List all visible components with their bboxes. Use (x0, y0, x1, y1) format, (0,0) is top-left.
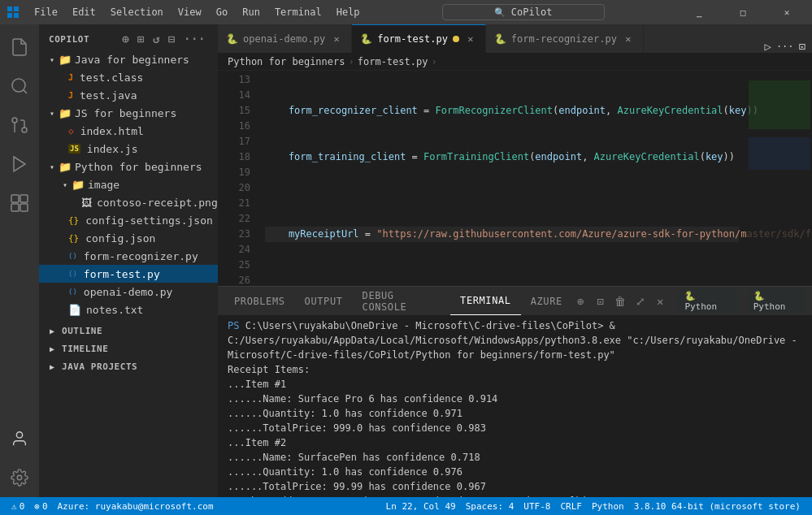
run-icon[interactable]: ▷ (764, 40, 771, 53)
minimize-button[interactable]: ⎯ (680, 0, 718, 24)
file-explorer-tree: ▾ 📁 Java for beginners J test.class J te… (39, 50, 218, 497)
warning-count: 0 (20, 501, 25, 512)
split-editor-icon[interactable]: ⊡ (799, 40, 805, 53)
python-session-2[interactable]: 🐍 Python (747, 289, 805, 314)
activity-source-control[interactable] (0, 106, 39, 145)
java-icon: J (68, 91, 73, 100)
activity-extensions[interactable] (0, 184, 39, 223)
menu-edit[interactable]: Edit (66, 5, 102, 19)
tree-formrecognizer-file[interactable]: () form-recognizer.py (39, 247, 218, 265)
terminal-line: ......Quantity: 1.0 has confidence 0.971 (228, 406, 802, 421)
more-actions-icon[interactable]: ··· (776, 41, 794, 52)
py-tab-icon: 🐍 (494, 33, 506, 45)
title-bar: File Edit Selection View Go Run Terminal… (0, 0, 812, 24)
tree-python-folder[interactable]: ▾ 📁 Python for beginners (39, 158, 218, 175)
tree-openaidemo-file[interactable]: () openai-demo.py (39, 283, 218, 301)
terminal-content[interactable]: PS C:\Users\ruyakabu\OneDrive - Microsof… (218, 315, 812, 497)
tree-image-folder[interactable]: ▾ 📁 image (39, 175, 218, 193)
tab-openai-demo[interactable]: 🐍 openai-demo.py ✕ (218, 24, 352, 53)
tree-indexhtml-file[interactable]: ◇ index.html (39, 122, 218, 140)
tree-notes-file[interactable]: 📄 notes.txt (39, 301, 218, 318)
tree-config-settings-file[interactable]: {} config-settings.json (39, 211, 218, 229)
tree-receipt-file[interactable]: 🖼 contoso-receipt.png (39, 193, 218, 211)
svg-rect-13 (20, 204, 28, 211)
tree-java-projects-section[interactable]: ▶ JAVA PROJECTS (39, 357, 218, 375)
new-folder-icon[interactable]: ⊞ (135, 31, 147, 47)
tab-close-btn[interactable]: ✕ (330, 32, 343, 45)
menu-run[interactable]: Run (236, 5, 267, 19)
tree-outline-section[interactable]: ▶ OUTLINE (39, 322, 218, 340)
status-azure[interactable]: Azure: ruyakabu@microsoft.com (53, 497, 219, 515)
tree-label: image (88, 179, 119, 191)
tree-label: config.json (85, 232, 155, 245)
activity-settings[interactable] (0, 458, 39, 497)
activity-run[interactable] (0, 145, 39, 184)
tree-arrow: ▶ (46, 344, 59, 353)
split-terminal-btn[interactable]: ⊡ (592, 292, 609, 310)
new-terminal-btn[interactable]: ⊕ (572, 292, 589, 310)
terminal-line: PS C:\Users\ruyakabu\OneDrive - Microsof… (228, 318, 802, 362)
title-search-box[interactable]: 🔍 CoPilot (442, 4, 605, 20)
new-file-icon[interactable]: ⊕ (119, 31, 132, 47)
tab-form-recognizer[interactable]: 🐍 form-recognizer.py ✕ (486, 24, 644, 53)
tab-close-btn[interactable]: ✕ (464, 32, 477, 45)
activity-explorer[interactable] (0, 28, 39, 67)
panel-tab-debug[interactable]: DEBUG CONSOLE (353, 287, 451, 315)
breadcrumb-item[interactable]: Python for beginners (228, 56, 345, 67)
tree-testclass-file[interactable]: J test.class (39, 68, 218, 86)
menu-view[interactable]: View (172, 5, 208, 19)
collapse-icon[interactable]: ⊟ (166, 31, 178, 47)
panel-tab-output[interactable]: OUTPUT (295, 287, 353, 315)
menu-terminal[interactable]: Terminal (268, 5, 328, 19)
more-icon[interactable]: ··· (181, 31, 208, 47)
status-position[interactable]: Ln 22, Col 49 (381, 497, 461, 515)
py-icon: () (68, 252, 77, 260)
maximize-panel-btn[interactable]: ⤢ (632, 292, 649, 310)
refresh-icon[interactable]: ↺ (150, 31, 163, 47)
folder-icon: 📁 (59, 107, 72, 119)
status-language[interactable]: Python (587, 497, 629, 515)
tree-timeline-section[interactable]: ▶ TIMELINE (39, 340, 218, 357)
status-eol[interactable]: CRLF (555, 497, 587, 515)
tree-label: notes.txt (86, 304, 143, 316)
activity-accounts[interactable] (0, 419, 39, 458)
menu-file[interactable]: File (28, 5, 64, 19)
breadcrumb-separator: › (431, 56, 436, 67)
title-search-area: 🔍 CoPilot (371, 4, 675, 20)
breadcrumb-item[interactable]: form-test.py (358, 56, 428, 67)
html-icon: ◇ (68, 126, 74, 136)
tree-js-folder[interactable]: ▾ 📁 JS for beginners (39, 104, 218, 122)
maximize-button[interactable]: □ (724, 0, 762, 24)
sidebar-header-icons: ⊕ ⊞ ↺ ⊟ ··· (119, 31, 208, 47)
line-numbers: 1314151617181920212223242526272829303132… (218, 71, 258, 286)
tree-java-folder[interactable]: ▾ 📁 Java for beginners (39, 50, 218, 68)
menu-help[interactable]: Help (330, 5, 367, 19)
svg-rect-0 (7, 6, 12, 11)
status-error[interactable]: ⊗ 0 (29, 497, 52, 515)
kill-terminal-btn[interactable]: 🗑 (612, 292, 629, 310)
code-content[interactable]: form_recognizer_client = FormRecognizerC… (258, 71, 812, 286)
editor-area: 🐍 openai-demo.py ✕ 🐍 form-test.py ✕ 🐍 fo… (218, 24, 812, 497)
menu-go[interactable]: Go (210, 5, 234, 19)
tree-config-file[interactable]: {} config.json (39, 229, 218, 247)
tree-label: OUTLINE (62, 326, 102, 336)
panel-tab-problems[interactable]: PROBLEMS (224, 287, 295, 315)
tab-form-test[interactable]: 🐍 form-test.py ✕ (352, 24, 486, 53)
tab-close-btn[interactable]: ✕ (622, 32, 635, 45)
tree-formtest-file[interactable]: () form-test.py (39, 265, 218, 283)
status-python-version[interactable]: 3.8.10 64-bit (microsoft store) (629, 497, 805, 515)
menu-selection[interactable]: Selection (104, 5, 170, 19)
tab-label: form-recognizer.py (511, 33, 617, 45)
terminal-line: ......Name: Surface Pro 6 has confidence… (228, 392, 802, 406)
close-panel-btn[interactable]: ✕ (652, 292, 669, 310)
panel-tab-terminal[interactable]: TERMINAL (450, 287, 521, 315)
status-warning[interactable]: ⚠ 0 (7, 497, 29, 515)
status-encoding[interactable]: UTF-8 (519, 497, 555, 515)
status-spaces[interactable]: Spaces: 4 (461, 497, 519, 515)
python-session-1[interactable]: 🐍 Python (678, 289, 736, 314)
tree-testjava-file[interactable]: J test.java (39, 86, 218, 104)
panel-tab-azure[interactable]: AZURE (521, 287, 572, 315)
tree-indexjs-file[interactable]: JS index.js (39, 140, 218, 158)
close-button[interactable]: ✕ (768, 0, 805, 24)
activity-search[interactable] (0, 67, 39, 106)
